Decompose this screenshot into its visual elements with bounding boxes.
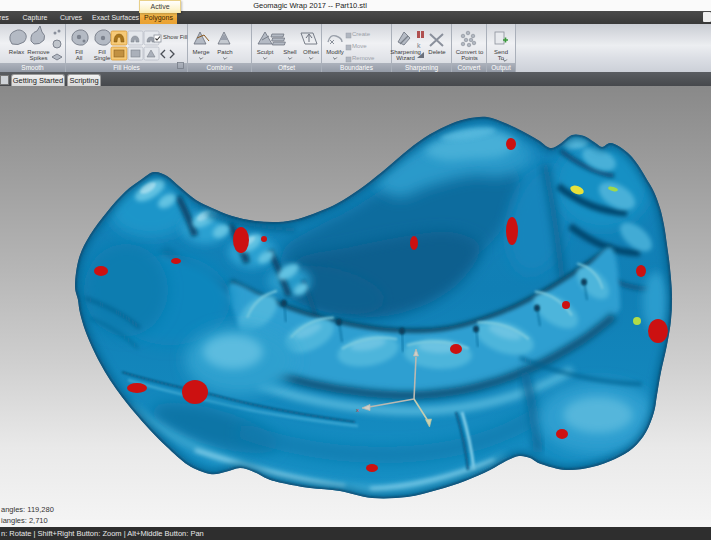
svg-text:k: k <box>417 42 421 49</box>
svg-text:x: x <box>356 407 359 413</box>
